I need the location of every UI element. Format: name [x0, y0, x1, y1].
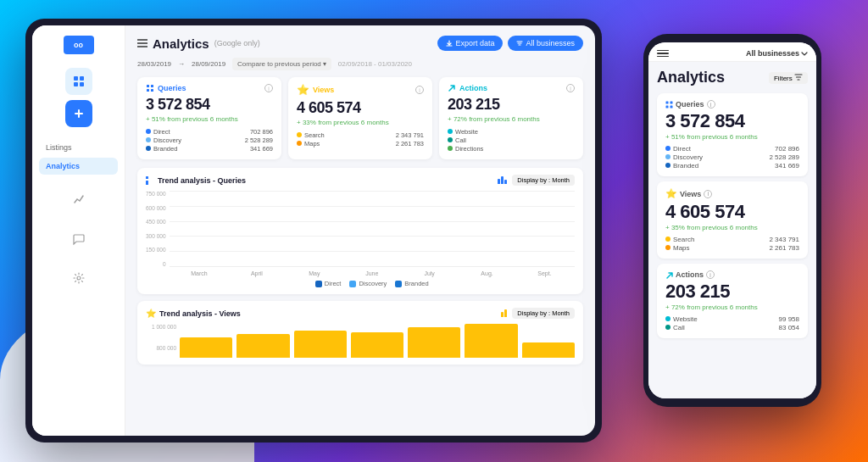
views-bar-1: [180, 337, 232, 358]
svg-rect-1: [80, 76, 84, 81]
svg-rect-13: [670, 101, 673, 103]
chart-queries-header: Trend analysis - Queries Display by : Mo…: [146, 175, 575, 186]
legend-dot-discovery: [349, 281, 356, 287]
legend-direct: Direct: [315, 280, 342, 287]
svg-rect-14: [670, 105, 673, 108]
chart-controls: Display by : Month: [498, 175, 575, 186]
queries-discovery: Discovery 2 528 289: [146, 136, 273, 144]
phone-views-info[interactable]: i: [704, 190, 712, 198]
svg-rect-2: [74, 82, 78, 86]
views-bars: [180, 324, 575, 358]
queries-branded: Branded 341 669: [146, 145, 273, 153]
views-card: ⭐ Views i 4 605 574 + 33% from previous …: [288, 77, 432, 159]
phone-queries-change: + 51% from previous 6 months: [665, 133, 799, 141]
chart-views-type-icon[interactable]: [501, 309, 507, 317]
label-aug: Aug.: [460, 270, 514, 276]
legend-dot-direct: [315, 281, 322, 287]
actions-value: 203 215: [448, 96, 575, 114]
phone-actions-label: Actions i: [665, 270, 799, 279]
queries-card: Queries i 3 572 854 + 51% from previous …: [137, 77, 281, 159]
phone-views-value: 4 605 574: [665, 201, 799, 223]
sidebar-logo: oo: [64, 36, 94, 54]
actions-change: + 72% from previous 6 months: [448, 115, 575, 123]
svg-rect-10: [146, 181, 148, 185]
phone-menu-icon[interactable]: [657, 50, 669, 58]
queries-icon: [146, 84, 154, 92]
phone-queries-label: Queries i: [665, 100, 799, 109]
phone-queries-info[interactable]: i: [707, 100, 715, 109]
phone-content: Analytics Filters Queries i 3 572 854 + …: [648, 62, 816, 398]
label-sept: Sept.: [518, 270, 571, 276]
legend-discovery: Discovery: [349, 280, 387, 287]
phone-actions-info[interactable]: i: [706, 270, 715, 279]
top-bar: Analytics (Google only) Export data All …: [137, 36, 583, 51]
queries-sub: Direct 702 896 Discovery 2 528 289 Brand…: [146, 128, 273, 153]
trend-queries-section: Trend analysis - Queries Display by : Mo…: [137, 168, 583, 294]
svg-rect-7: [151, 85, 153, 87]
sidebar-icon-add[interactable]: [65, 100, 92, 127]
chart-queries-area: 750 000 600 000 450 000 300 000 150 000 …: [146, 191, 575, 287]
trend-views-section: ⭐ Trend analysis - Views Display by : Mo…: [137, 301, 583, 365]
views-value: 4 605 574: [297, 99, 424, 117]
queries-label: Queries: [146, 84, 186, 92]
sidebar-icon-settings[interactable]: [65, 264, 92, 292]
compare-period-button[interactable]: Compare to previous period ▾: [232, 58, 331, 70]
views-header: ⭐ Views i: [297, 84, 424, 96]
views-change: + 33% from previous 6 months: [297, 119, 424, 126]
date-bar: 28/03/2019 → 28/09/2019 Compare to previ…: [137, 58, 583, 70]
compare-dates: 02/09/2018 - 01/03/2020: [338, 60, 412, 68]
chart-x-labels: March April May June July Aug. Sept.: [170, 270, 576, 276]
views-bar-5: [408, 327, 460, 358]
actions-website: Website: [448, 128, 575, 136]
filter-icon: [516, 40, 523, 47]
actions-header: Actions i: [448, 84, 575, 92]
bar-chart: [170, 191, 576, 267]
phone-queries-direct: Direct 702 896: [665, 145, 799, 153]
sidebar-icon-message[interactable]: [65, 225, 92, 253]
queries-direct: Direct 702 896: [146, 128, 273, 136]
date-range-end: 28/09/2019: [192, 60, 225, 68]
display-by-views-button[interactable]: Display by : Month: [512, 308, 575, 319]
phone-queries-discovery: Discovery 2 528 289: [665, 153, 799, 161]
sidebar-icon-listings[interactable]: [65, 68, 92, 95]
page-title-row: Analytics (Google only): [137, 36, 260, 51]
page-subtitle: (Google only): [214, 39, 260, 47]
actions-directions: Directions: [448, 145, 575, 153]
views-sub: Search 2 343 791 Maps 2 261 783: [297, 131, 424, 148]
legend-branded: Branded: [395, 280, 428, 287]
phone-header: All businesses: [648, 42, 816, 62]
actions-icon: [448, 84, 456, 92]
queries-info-icon[interactable]: i: [264, 84, 273, 92]
views-info-icon[interactable]: i: [415, 86, 424, 94]
queries-header: Queries i: [146, 84, 273, 92]
label-may: May: [287, 270, 341, 276]
top-bar-actions: Export data All businesses: [437, 36, 583, 51]
svg-rect-12: [666, 105, 669, 108]
phone-filter-icon: [794, 74, 803, 81]
grid-lines: [170, 191, 576, 267]
all-businesses-button[interactable]: All businesses: [508, 36, 583, 51]
chart-type-icon[interactable]: [498, 176, 507, 184]
display-by-button[interactable]: Display by : Month: [512, 175, 575, 186]
views-y-labels: 1 000 000 800 000: [146, 324, 176, 351]
date-range-separator: →: [178, 60, 185, 68]
svg-rect-11: [666, 101, 669, 103]
phone-actions-icon: [665, 271, 673, 279]
actions-info-icon[interactable]: i: [566, 84, 575, 92]
chart-legend: Direct Discovery Branded: [170, 280, 576, 287]
chart-queries-title: Trend analysis - Queries: [146, 176, 246, 185]
export-data-button[interactable]: Export data: [437, 36, 503, 51]
phone-filters-button[interactable]: Filters: [769, 72, 808, 84]
phone-page-title: Analytics: [657, 69, 725, 86]
phone-biz-selector[interactable]: All businesses: [746, 49, 808, 58]
sidebar-item-listings[interactable]: Listings: [39, 139, 118, 156]
sidebar-item-analytics[interactable]: Analytics: [39, 158, 118, 175]
tablet-device: oo Listings Analytics: [25, 19, 602, 443]
menu-icon: [137, 39, 147, 47]
actions-sub: Website Call Directions: [448, 128, 575, 153]
sidebar: oo Listings Analytics: [32, 25, 125, 436]
metric-cards: Queries i 3 572 854 + 51% from previous …: [137, 77, 583, 159]
actions-call: Call: [448, 136, 575, 144]
sidebar-icon-chart[interactable]: [65, 186, 92, 214]
phone-queries-sub: Direct 702 896 Discovery 2 528 289 Brand…: [665, 145, 799, 170]
